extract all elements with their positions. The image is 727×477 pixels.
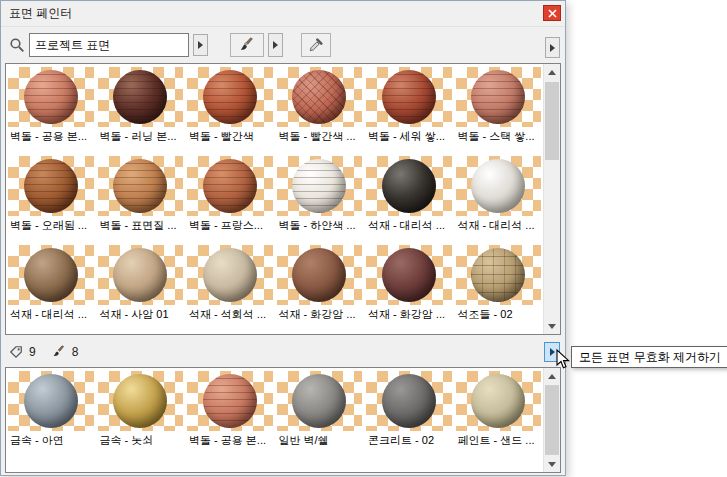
material-tile[interactable]: 벽돌 - 러닝 본...: [96, 65, 186, 154]
window-title-bar[interactable]: 표면 페인터: [1, 1, 565, 27]
material-sphere: [113, 374, 167, 428]
arrow-right-icon: [550, 348, 555, 356]
material-label: 벽돌 - 프랑스...: [187, 218, 273, 233]
material-tile[interactable]: 벽돌 - 세워 쌓...: [364, 65, 454, 154]
material-sphere: [203, 248, 257, 302]
close-button[interactable]: [543, 5, 561, 21]
material-texture-overlay: [24, 159, 78, 213]
mouse-cursor: [556, 349, 571, 374]
painted-count-icon: [52, 345, 66, 359]
toolbar-expand-button[interactable]: [545, 37, 560, 58]
material-sphere: [113, 159, 167, 213]
vertical-scrollbar-bottom[interactable]: [543, 368, 560, 472]
material-texture-overlay: [113, 159, 167, 213]
scroll-down-button[interactable]: [544, 456, 560, 472]
material-tile[interactable]: 석재 - 화강암 ...: [364, 243, 454, 332]
material-label: 석조들 - 02: [456, 307, 542, 322]
material-tile[interactable]: 일반 벽/쉘: [275, 369, 365, 458]
material-tile[interactable]: 벽돌 - 표면질 ...: [96, 154, 186, 243]
material-label: 페인트 - 샌드 ...: [456, 433, 542, 448]
material-tile[interactable]: 벽돌 - 빨간색: [185, 65, 275, 154]
material-tile[interactable]: 금속 - 놋쇠: [96, 369, 186, 458]
search-input[interactable]: [29, 33, 189, 57]
material-sphere: [203, 374, 257, 428]
surface-count: 9: [29, 345, 36, 359]
material-tile[interactable]: 석재 - 화강암 ...: [275, 243, 365, 332]
material-tile[interactable]: 벽돌 - 공용 본...: [6, 65, 96, 154]
material-sphere: [471, 374, 525, 428]
material-texture-overlay: [24, 70, 78, 124]
material-label: 벽돌 - 빨간색: [187, 129, 273, 144]
material-tile[interactable]: 페인트 - 샌드 ...: [454, 369, 544, 458]
material-sphere: [292, 159, 346, 213]
search-icon: [9, 37, 25, 53]
material-sphere: [382, 248, 436, 302]
material-tile[interactable]: 벽돌 - 프랑스...: [185, 154, 275, 243]
material-label: 석재 - 대리석 ...: [456, 218, 542, 233]
arrow-right-icon: [273, 41, 278, 49]
material-label: 벽돌 - 오래됨 ...: [8, 218, 94, 233]
material-tile[interactable]: 콘크리트 - 02: [364, 369, 454, 458]
material-tile[interactable]: 석재 - 사암 01: [96, 243, 186, 332]
material-tile[interactable]: 금속 - 아연: [6, 369, 96, 458]
material-sphere: [24, 159, 78, 213]
material-tile[interactable]: 벽돌 - 하얀색 ...: [275, 154, 365, 243]
material-label: 석재 - 석회석 ...: [187, 307, 273, 322]
material-thumbnail: [366, 245, 452, 305]
material-tile[interactable]: 벽돌 - 공용 본...: [185, 369, 275, 458]
material-tile[interactable]: 석재 - 대리석 ...: [364, 154, 454, 243]
material-texture-overlay: [471, 248, 525, 302]
material-texture-overlay: [471, 70, 525, 124]
material-sphere: [24, 248, 78, 302]
material-sphere: [382, 374, 436, 428]
material-thumbnail: [366, 67, 452, 127]
material-texture-overlay: [203, 70, 257, 124]
material-thumbnail: [187, 371, 273, 431]
search-dropdown-button[interactable]: [193, 34, 208, 56]
eyedropper-icon: [308, 37, 324, 53]
scrollbar-thumb[interactable]: [545, 385, 559, 455]
material-tile[interactable]: 벽돌 - 빨간색 ...: [275, 65, 365, 154]
material-tile[interactable]: 석재 - 대리석 ...: [6, 243, 96, 332]
material-label: 벽돌 - 스택 쌓...: [456, 129, 542, 144]
material-texture-overlay: [203, 159, 257, 213]
materials-grid-top: 벽돌 - 공용 본...벽돌 - 러닝 본...벽돌 - 빨간색벽돌 - 빨간색…: [6, 64, 543, 334]
material-tile[interactable]: 석조들 - 02: [454, 243, 544, 332]
material-thumbnail: [456, 156, 542, 216]
material-thumbnail: [98, 67, 184, 127]
material-sphere: [292, 374, 346, 428]
eyedropper-button[interactable]: [301, 33, 331, 57]
material-tile[interactable]: 벽돌 - 스택 쌓...: [454, 65, 544, 154]
material-label: 벽돌 - 하얀색 ...: [277, 218, 363, 233]
arrow-up-icon: [548, 70, 556, 75]
material-label: 석재 - 화강암 ...: [277, 307, 363, 322]
vertical-scrollbar-top[interactable]: [543, 64, 560, 334]
arrow-down-icon: [548, 324, 556, 329]
material-texture-overlay: [203, 374, 257, 428]
material-label: 석재 - 대리석 ...: [8, 307, 94, 322]
material-thumbnail: [98, 371, 184, 431]
scroll-up-button[interactable]: [544, 64, 560, 80]
material-sphere: [292, 248, 346, 302]
material-tile[interactable]: 벽돌 - 오래됨 ...: [6, 154, 96, 243]
material-sphere: [292, 70, 346, 124]
scroll-down-button[interactable]: [544, 318, 560, 334]
scrollbar-thumb[interactable]: [545, 82, 559, 160]
paint-brush-button[interactable]: [230, 33, 264, 57]
brush-options-dropdown-button[interactable]: [268, 33, 283, 57]
material-sphere: [471, 159, 525, 213]
material-sphere: [113, 248, 167, 302]
material-label: 벽돌 - 공용 본...: [8, 129, 94, 144]
materials-grid-bottom: 금속 - 아연금속 - 놋쇠벽돌 - 공용 본...일반 벽/쉘콘크리트 - 0…: [6, 368, 543, 472]
material-thumbnail: [187, 67, 273, 127]
material-tile[interactable]: 석재 - 대리석 ...: [454, 154, 544, 243]
material-thumbnail: [187, 156, 273, 216]
arrow-up-icon: [548, 374, 556, 379]
material-thumbnail: [277, 245, 363, 305]
material-thumbnail: [277, 67, 363, 127]
material-tile[interactable]: 석재 - 석회석 ...: [185, 243, 275, 332]
material-thumbnail: [456, 245, 542, 305]
material-sphere: [471, 70, 525, 124]
material-thumbnail: [8, 371, 94, 431]
material-sphere: [203, 159, 257, 213]
